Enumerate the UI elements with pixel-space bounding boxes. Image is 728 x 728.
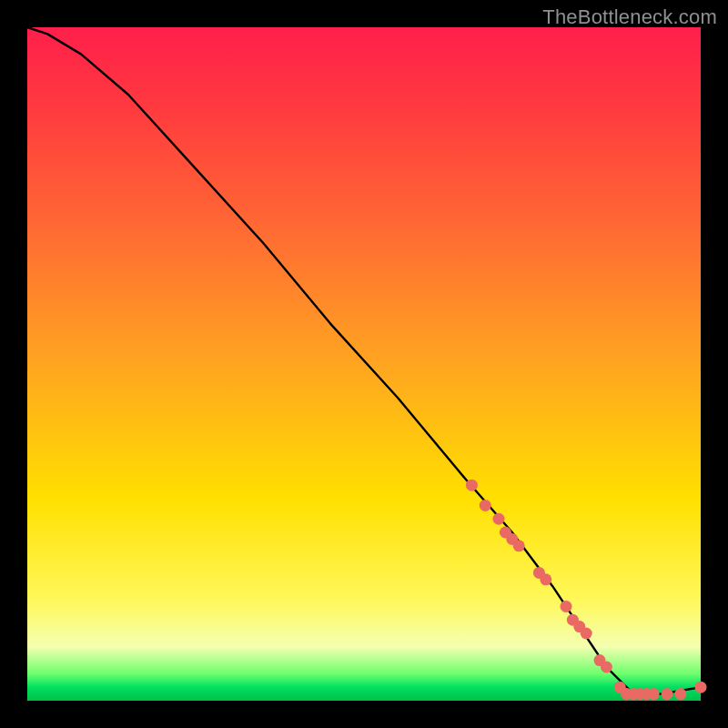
source-watermark: TheBottleneck.com [542,5,717,29]
plot-area [27,27,701,701]
marker-group [466,480,707,700]
marker-dot [480,500,491,511]
marker-dot [466,480,478,491]
marker-dot [513,540,525,551]
marker-dot [581,628,592,640]
main-curve [27,27,701,694]
marker-dot [695,682,707,693]
marker-dot [601,662,612,673]
marker-dot [674,688,686,700]
marker-dot [648,688,660,700]
marker-dot [493,513,505,525]
chart-stage: TheBottleneck.com [0,0,728,728]
marker-dot [662,688,673,700]
marker-dot [540,573,551,585]
chart-svg [27,27,701,701]
marker-dot [561,601,572,612]
